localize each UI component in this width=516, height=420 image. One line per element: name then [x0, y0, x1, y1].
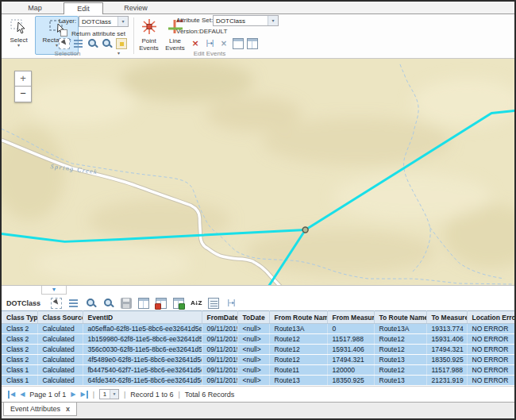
table-cell: Class 2: [2, 355, 37, 365]
tab-event-attributes[interactable]: Event Attributes x: [3, 403, 77, 416]
save-edits-icon[interactable]: [121, 298, 132, 309]
merge-event-icon[interactable]: ×: [218, 38, 229, 49]
table-cell: Route13A: [269, 324, 327, 334]
pager-separator: |: [178, 391, 179, 399]
table-cell: 64fde340-62f8-11e5-8bc6-ee32641d5ec9: [83, 376, 202, 386]
return-attribute-set-label: Return attribute set: [71, 30, 125, 37]
page-number-value: 1: [100, 391, 110, 398]
table-row[interactable]: Class 1Calculated64fde340-62f8-11e5-8bc6…: [2, 376, 516, 386]
collapse-panel-button[interactable]: ▼: [41, 286, 67, 295]
pager-separator: |: [93, 391, 94, 399]
table-cell: NO ERROR: [467, 365, 516, 376]
table-cell: 09/11/2015: [202, 345, 237, 355]
table-cell: Calculated: [37, 355, 83, 365]
selection-options-icon[interactable]: [116, 38, 127, 49]
table-cell: 09/11/2015: [202, 334, 237, 345]
column-header[interactable]: EventID: [83, 311, 202, 324]
ribbon-group-separator: [133, 17, 134, 54]
point-events-button[interactable]: Point Events: [137, 16, 161, 55]
zoom-in-button[interactable]: +: [14, 71, 32, 87]
zoom-out-button[interactable]: −: [14, 87, 32, 102]
tab-review[interactable]: Review: [113, 2, 159, 14]
table-cell: <null>: [237, 365, 269, 376]
layer-dropdown-arrow-icon[interactable]: ▾: [117, 17, 128, 26]
column-header[interactable]: Class Type: [2, 311, 37, 324]
table-cell: Route12: [374, 365, 426, 376]
column-header[interactable]: To Route Name: [374, 311, 426, 324]
layer-dropdown[interactable]: DOTClass ▾: [79, 16, 129, 27]
last-page-button[interactable]: ▶: [81, 391, 88, 399]
table-form-icon[interactable]: [208, 298, 219, 309]
page-number-select[interactable]: 1 ▼: [99, 389, 119, 399]
first-page-button[interactable]: ◀: [8, 391, 15, 399]
tab-edit[interactable]: Edit: [64, 2, 103, 15]
tab-map[interactable]: Map: [16, 2, 54, 14]
table-cell: 09/11/2015: [202, 324, 237, 334]
table-cell: Route12: [374, 345, 426, 355]
event-table-icon[interactable]: [247, 38, 258, 49]
route-junction-marker[interactable]: [302, 227, 308, 233]
total-records-text: Total 6 Records: [185, 391, 235, 399]
close-tab-icon[interactable]: x: [66, 405, 70, 413]
sort-records-icon[interactable]: A↓Z: [191, 298, 202, 309]
column-header[interactable]: From Measure: [327, 311, 374, 324]
table-toolbar-icons: A↓Z|→|: [51, 298, 237, 309]
table-cell: 4f5489e0-62f8-11e5-8bc6-ee32641d5ec9: [83, 355, 202, 365]
page-indicator: Page 1 of 1: [29, 391, 66, 399]
add-record-icon[interactable]: [173, 298, 184, 309]
column-header[interactable]: FromDate: [202, 311, 237, 324]
edit-events-icons: ×|→|×: [190, 38, 258, 49]
table-cell: <null>: [237, 324, 269, 334]
event-editor-window: Map Edit Review Select ▾ Rectangle ▾ Lay…: [0, 0, 516, 420]
bottom-tab-bar: Event Attributes x: [2, 402, 514, 418]
select-records-icon[interactable]: [51, 298, 62, 309]
select-tool-button[interactable]: Select ▾: [4, 16, 33, 55]
table-cell: 1b159980-62f8-11e5-8bc6-ee32641d5ec9: [83, 334, 202, 345]
zoom-to-record-icon[interactable]: [86, 298, 97, 309]
table-row[interactable]: Class 2Calculated356c0030-62f8-11e5-8bc6…: [2, 345, 516, 355]
pan-to-record-icon[interactable]: [103, 298, 114, 309]
attribute-set-dropdown[interactable]: DOTClass ▾: [213, 15, 279, 26]
table-cell: Class 1: [2, 376, 37, 386]
table-cell: a05effa0-62f8-11e5-8bc6-ee32641d5ec9: [83, 324, 202, 334]
table-row[interactable]: Class 2Calculateda05effa0-62f8-11e5-8bc6…: [2, 324, 516, 334]
map-image: Spring Creek: [2, 59, 514, 285]
select-features-icon[interactable]: [59, 38, 70, 49]
page-number-caret-icon[interactable]: ▼: [110, 390, 118, 399]
selection-list-icon[interactable]: [73, 38, 84, 49]
table-cell: Route13: [374, 376, 426, 386]
column-header[interactable]: ToDate: [237, 311, 269, 324]
table-cell: NO ERROR: [467, 345, 516, 355]
previous-page-button[interactable]: ◀: [20, 391, 25, 399]
select-caret-icon: ▾: [17, 44, 20, 48]
delete-event-icon[interactable]: ×: [190, 38, 201, 49]
column-header[interactable]: Location Error: [467, 311, 516, 324]
table-cell: 19313.774: [426, 324, 467, 334]
version-label: Version:DEFAULT: [176, 28, 227, 35]
table-cell: Calculated: [37, 334, 83, 345]
table-row[interactable]: Class 2Calculated4f5489e0-62f8-11e5-8bc6…: [2, 355, 516, 365]
table-header-row: Class TypeClass SourceEventIDFromDateToD…: [2, 311, 516, 324]
table-row[interactable]: Class 1Calculatedfb447540-62f7-11e5-8bc6…: [2, 365, 516, 376]
column-header[interactable]: To Measure: [426, 311, 467, 324]
zoom-to-selection-icon[interactable]: [87, 38, 98, 49]
switch-view-icon[interactable]: [138, 298, 149, 309]
return-attribute-set-checkbox[interactable]: [60, 29, 67, 37]
split-event-icon[interactable]: |→|: [204, 38, 215, 49]
delete-record-icon[interactable]: [156, 298, 167, 309]
table-menu-icon[interactable]: [68, 298, 79, 309]
column-header[interactable]: Class Source: [37, 311, 83, 324]
measure-icon[interactable]: |→|: [225, 298, 237, 309]
attribute-set-dropdown-arrow-icon[interactable]: ▾: [268, 16, 278, 25]
table-cell: NO ERROR: [467, 324, 516, 334]
column-header[interactable]: From Route Name: [269, 311, 327, 324]
point-events-icon: [141, 18, 158, 37]
next-page-button[interactable]: ▶: [71, 391, 75, 399]
table-cell: 09/11/2015: [202, 355, 237, 365]
map-canvas[interactable]: Spring Creek + −: [2, 59, 514, 285]
event-window-icon[interactable]: [233, 38, 244, 49]
pan-to-selection-icon[interactable]: [102, 38, 113, 49]
table-row[interactable]: Class 2Calculated1b159980-62f8-11e5-8bc6…: [2, 334, 516, 345]
record-range-text: Record 1 to 6: [130, 391, 173, 399]
pager-separator: |: [124, 391, 125, 399]
